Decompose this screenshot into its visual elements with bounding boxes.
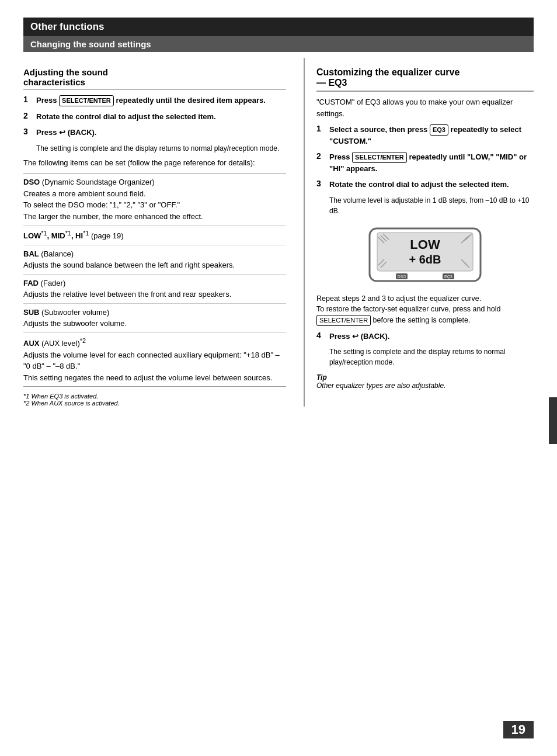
- right-step3-sub: The volume level is adjustable in 1 dB s…: [329, 195, 534, 216]
- right-step4-sub: The setting is complete and the display …: [329, 346, 534, 367]
- svg-text:+ 6dB: + 6dB: [409, 253, 441, 266]
- header-changing-sound: Changing the sound settings: [23, 36, 534, 52]
- svg-text:LOW: LOW: [410, 237, 440, 252]
- item-low-mid-hi: LOW*1, MID*1, HI*1 (page 19): [23, 226, 286, 245]
- footnote-2: *2 When AUX source is activated.: [23, 400, 286, 407]
- right-step-num-2: 2: [316, 151, 326, 161]
- page-number: 19: [503, 721, 534, 738]
- tip-text: Other equalizer types are also adjustabl…: [316, 382, 534, 390]
- eq3-intro: "CUSTOM" of EQ3 allows you to make your …: [316, 96, 534, 119]
- right-steps: 1 Select a source, then press EQ3 repeat…: [316, 124, 534, 190]
- item-dso: DSO (Dynamic Soundstage Organizer) Creat…: [23, 174, 286, 226]
- repeat-text: Repeat steps 2 and 3 to adjust the equal…: [316, 293, 534, 326]
- item-fad: FAD (Fader) Adjusts the relative level b…: [23, 274, 286, 303]
- left-column: Adjusting the soundcharacteristics 1 Pre…: [23, 58, 286, 407]
- left-steps: 1 Press SELECT/ENTER repeatedly until th…: [23, 95, 286, 138]
- svg-text:DSO: DSO: [397, 275, 406, 279]
- item-aux: AUX (AUX level)*2 Adjusts the volume lev…: [23, 332, 286, 386]
- bal-label: BAL: [23, 249, 39, 258]
- low-label: LOW: [23, 231, 41, 240]
- step-text-3: Press ↩ (BACK).: [36, 127, 96, 138]
- right-step-2: 2 Press SELECT/ENTER repeatedly until "L…: [316, 151, 534, 174]
- right-step-num-1: 1: [316, 124, 326, 133]
- right-step-text-3: Rotate the control dial to adjust the se…: [329, 179, 509, 190]
- step-text-2: Rotate the control dial to adjust the se…: [36, 111, 216, 123]
- tip-label: Tip: [316, 373, 534, 382]
- footnotes: *1 When EQ3 is activated. *2 When AUX so…: [23, 393, 286, 407]
- dso-label: DSO: [23, 178, 40, 186]
- right-step-1: 1 Select a source, then press EQ3 repeat…: [316, 124, 534, 147]
- left-step-1: 1 Press SELECT/ENTER repeatedly until th…: [23, 95, 286, 106]
- step-num-1: 1: [23, 95, 33, 104]
- right-step-num-4: 4: [316, 331, 326, 340]
- eq3-kbd: EQ3: [430, 124, 448, 136]
- right-step-text-1: Select a source, then press EQ3 repeated…: [329, 124, 534, 147]
- right-step-3: 3 Rotate the control dial to adjust the …: [316, 179, 534, 190]
- fad-note: (Fader): [39, 279, 65, 287]
- dso-desc: Creates a more ambient sound field. To s…: [23, 189, 203, 221]
- step3-sub: The setting is complete and the display …: [36, 143, 286, 154]
- select-enter-kbd-3: SELECT/ENTER: [316, 315, 371, 326]
- other-functions-title: Other functions: [30, 21, 105, 32]
- aux-note: (AUX level): [39, 339, 79, 348]
- aux-desc: Adjusts the volume level for each connec…: [23, 351, 280, 382]
- header-other-functions: Other functions: [23, 18, 534, 36]
- left-step-3: 3 Press ↩ (BACK).: [23, 127, 286, 138]
- items-table: DSO (Dynamic Soundstage Organizer) Creat…: [23, 173, 286, 387]
- footnote-1: *1 When EQ3 is activated.: [23, 393, 286, 400]
- dso-note: (Dynamic Soundstage Organizer): [40, 178, 155, 186]
- select-enter-kbd-1: SELECT/ENTER: [59, 95, 114, 106]
- sub-desc: Adjusts the subwoofer volume.: [23, 319, 127, 328]
- fad-label: FAD: [23, 279, 39, 287]
- right-step-text-2: Press SELECT/ENTER repeatedly until "LOW…: [329, 151, 534, 174]
- right-step-num-3: 3: [316, 179, 326, 188]
- bal-desc: Adjusts the sound balance between the le…: [23, 261, 235, 269]
- page: Other functions Changing the sound setti…: [0, 0, 557, 756]
- fad-desc: Adjusts the relative level between the f…: [23, 290, 231, 299]
- right-step-text-4: Press ↩ (BACK).: [329, 331, 389, 342]
- right-step4-list: 4 Press ↩ (BACK).: [316, 331, 534, 342]
- follow-text: The following items can be set (follow t…: [23, 157, 286, 169]
- item-bal: BAL (Balance) Adjusts the sound balance …: [23, 245, 286, 274]
- eq3-title: Customizing the equalizer curve— EQ3: [316, 67, 534, 92]
- step-num-2: 2: [23, 111, 33, 120]
- select-enter-kbd-2: SELECT/ENTER: [352, 152, 407, 163]
- step-num-3: 3: [23, 127, 33, 136]
- right-bar: [549, 397, 557, 444]
- right-step-4: 4 Press ↩ (BACK).: [316, 331, 534, 342]
- eq3-display-svg: LOW + 6dB DSO EQ3: [367, 226, 483, 284]
- changing-sound-title: Changing the sound settings: [30, 39, 151, 49]
- adjusting-title: Adjusting the soundcharacteristics: [23, 67, 286, 90]
- sub-note: (Subwoofer volume): [39, 308, 109, 317]
- display-illustration: LOW + 6dB DSO EQ3: [367, 226, 483, 284]
- item-sub: SUB (Subwoofer volume) Adjusts the subwo…: [23, 303, 286, 332]
- step-text-1: Press SELECT/ENTER repeatedly until the …: [36, 95, 266, 106]
- right-column: Customizing the equalizer curve— EQ3 "CU…: [304, 58, 534, 407]
- aux-label: AUX: [23, 339, 39, 348]
- left-step-2: 2 Rotate the control dial to adjust the …: [23, 111, 286, 123]
- sub-label: SUB: [23, 308, 39, 317]
- bal-note: (Balance): [39, 249, 74, 258]
- svg-text:EQ3: EQ3: [444, 275, 452, 279]
